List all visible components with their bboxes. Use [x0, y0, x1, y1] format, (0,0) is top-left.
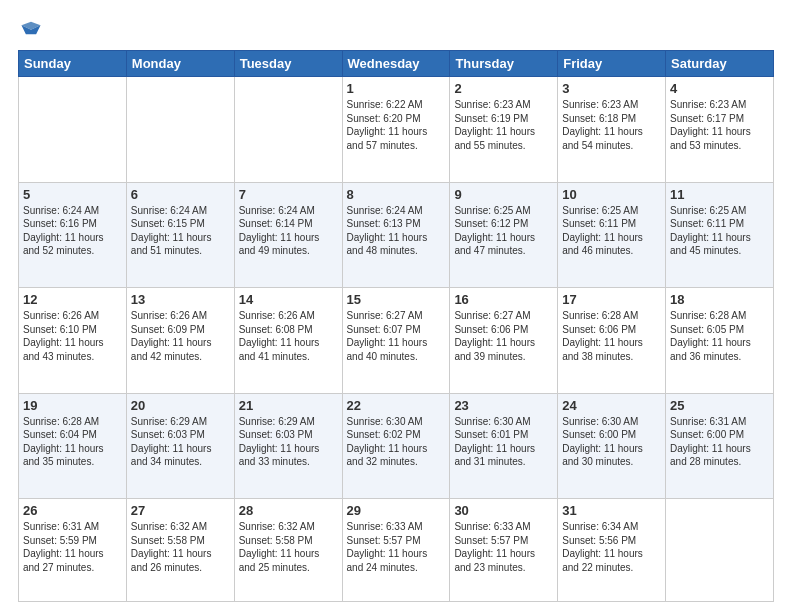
day-number: 10	[562, 187, 661, 202]
cell-info: Sunrise: 6:32 AM Sunset: 5:58 PM Dayligh…	[131, 520, 230, 574]
weekday-header-thursday: Thursday	[450, 51, 558, 77]
calendar-cell: 11Sunrise: 6:25 AM Sunset: 6:11 PM Dayli…	[666, 182, 774, 288]
calendar-week-3: 19Sunrise: 6:28 AM Sunset: 6:04 PM Dayli…	[19, 393, 774, 499]
day-number: 15	[347, 292, 446, 307]
day-number: 13	[131, 292, 230, 307]
calendar-cell: 22Sunrise: 6:30 AM Sunset: 6:02 PM Dayli…	[342, 393, 450, 499]
calendar-cell: 27Sunrise: 6:32 AM Sunset: 5:58 PM Dayli…	[126, 499, 234, 602]
cell-info: Sunrise: 6:29 AM Sunset: 6:03 PM Dayligh…	[239, 415, 338, 469]
cell-info: Sunrise: 6:28 AM Sunset: 6:04 PM Dayligh…	[23, 415, 122, 469]
weekday-header-friday: Friday	[558, 51, 666, 77]
day-number: 31	[562, 503, 661, 518]
day-number: 14	[239, 292, 338, 307]
calendar-cell	[126, 77, 234, 183]
calendar-cell: 9Sunrise: 6:25 AM Sunset: 6:12 PM Daylig…	[450, 182, 558, 288]
calendar-cell: 30Sunrise: 6:33 AM Sunset: 5:57 PM Dayli…	[450, 499, 558, 602]
calendar-cell	[19, 77, 127, 183]
page: SundayMondayTuesdayWednesdayThursdayFrid…	[0, 0, 792, 612]
day-number: 16	[454, 292, 553, 307]
calendar-cell: 5Sunrise: 6:24 AM Sunset: 6:16 PM Daylig…	[19, 182, 127, 288]
calendar-cell: 8Sunrise: 6:24 AM Sunset: 6:13 PM Daylig…	[342, 182, 450, 288]
calendar-cell: 25Sunrise: 6:31 AM Sunset: 6:00 PM Dayli…	[666, 393, 774, 499]
day-number: 20	[131, 398, 230, 413]
calendar-cell: 1Sunrise: 6:22 AM Sunset: 6:20 PM Daylig…	[342, 77, 450, 183]
calendar-cell: 4Sunrise: 6:23 AM Sunset: 6:17 PM Daylig…	[666, 77, 774, 183]
calendar-cell: 6Sunrise: 6:24 AM Sunset: 6:15 PM Daylig…	[126, 182, 234, 288]
day-number: 18	[670, 292, 769, 307]
day-number: 23	[454, 398, 553, 413]
weekday-header-saturday: Saturday	[666, 51, 774, 77]
cell-info: Sunrise: 6:24 AM Sunset: 6:13 PM Dayligh…	[347, 204, 446, 258]
calendar-cell: 15Sunrise: 6:27 AM Sunset: 6:07 PM Dayli…	[342, 288, 450, 394]
cell-info: Sunrise: 6:34 AM Sunset: 5:56 PM Dayligh…	[562, 520, 661, 574]
day-number: 22	[347, 398, 446, 413]
calendar-cell: 18Sunrise: 6:28 AM Sunset: 6:05 PM Dayli…	[666, 288, 774, 394]
day-number: 8	[347, 187, 446, 202]
calendar-week-1: 5Sunrise: 6:24 AM Sunset: 6:16 PM Daylig…	[19, 182, 774, 288]
cell-info: Sunrise: 6:31 AM Sunset: 5:59 PM Dayligh…	[23, 520, 122, 574]
calendar-cell: 21Sunrise: 6:29 AM Sunset: 6:03 PM Dayli…	[234, 393, 342, 499]
cell-info: Sunrise: 6:23 AM Sunset: 6:17 PM Dayligh…	[670, 98, 769, 152]
calendar-cell: 17Sunrise: 6:28 AM Sunset: 6:06 PM Dayli…	[558, 288, 666, 394]
cell-info: Sunrise: 6:30 AM Sunset: 6:01 PM Dayligh…	[454, 415, 553, 469]
day-number: 27	[131, 503, 230, 518]
calendar-cell: 24Sunrise: 6:30 AM Sunset: 6:00 PM Dayli…	[558, 393, 666, 499]
calendar-cell	[234, 77, 342, 183]
cell-info: Sunrise: 6:24 AM Sunset: 6:16 PM Dayligh…	[23, 204, 122, 258]
cell-info: Sunrise: 6:30 AM Sunset: 6:02 PM Dayligh…	[347, 415, 446, 469]
day-number: 7	[239, 187, 338, 202]
day-number: 28	[239, 503, 338, 518]
calendar-cell: 7Sunrise: 6:24 AM Sunset: 6:14 PM Daylig…	[234, 182, 342, 288]
day-number: 29	[347, 503, 446, 518]
calendar-cell	[666, 499, 774, 602]
cell-info: Sunrise: 6:26 AM Sunset: 6:09 PM Dayligh…	[131, 309, 230, 363]
cell-info: Sunrise: 6:26 AM Sunset: 6:10 PM Dayligh…	[23, 309, 122, 363]
cell-info: Sunrise: 6:25 AM Sunset: 6:12 PM Dayligh…	[454, 204, 553, 258]
weekday-header-sunday: Sunday	[19, 51, 127, 77]
calendar-cell: 20Sunrise: 6:29 AM Sunset: 6:03 PM Dayli…	[126, 393, 234, 499]
cell-info: Sunrise: 6:22 AM Sunset: 6:20 PM Dayligh…	[347, 98, 446, 152]
day-number: 5	[23, 187, 122, 202]
cell-info: Sunrise: 6:28 AM Sunset: 6:05 PM Dayligh…	[670, 309, 769, 363]
header	[18, 18, 774, 40]
calendar-cell: 10Sunrise: 6:25 AM Sunset: 6:11 PM Dayli…	[558, 182, 666, 288]
calendar-cell: 23Sunrise: 6:30 AM Sunset: 6:01 PM Dayli…	[450, 393, 558, 499]
calendar-table: SundayMondayTuesdayWednesdayThursdayFrid…	[18, 50, 774, 602]
calendar-cell: 13Sunrise: 6:26 AM Sunset: 6:09 PM Dayli…	[126, 288, 234, 394]
cell-info: Sunrise: 6:24 AM Sunset: 6:14 PM Dayligh…	[239, 204, 338, 258]
cell-info: Sunrise: 6:33 AM Sunset: 5:57 PM Dayligh…	[347, 520, 446, 574]
cell-info: Sunrise: 6:31 AM Sunset: 6:00 PM Dayligh…	[670, 415, 769, 469]
cell-info: Sunrise: 6:27 AM Sunset: 6:06 PM Dayligh…	[454, 309, 553, 363]
calendar-cell: 31Sunrise: 6:34 AM Sunset: 5:56 PM Dayli…	[558, 499, 666, 602]
cell-info: Sunrise: 6:33 AM Sunset: 5:57 PM Dayligh…	[454, 520, 553, 574]
cell-info: Sunrise: 6:24 AM Sunset: 6:15 PM Dayligh…	[131, 204, 230, 258]
calendar-week-4: 26Sunrise: 6:31 AM Sunset: 5:59 PM Dayli…	[19, 499, 774, 602]
weekday-header-wednesday: Wednesday	[342, 51, 450, 77]
calendar-cell: 3Sunrise: 6:23 AM Sunset: 6:18 PM Daylig…	[558, 77, 666, 183]
day-number: 12	[23, 292, 122, 307]
day-number: 25	[670, 398, 769, 413]
cell-info: Sunrise: 6:32 AM Sunset: 5:58 PM Dayligh…	[239, 520, 338, 574]
calendar-cell: 12Sunrise: 6:26 AM Sunset: 6:10 PM Dayli…	[19, 288, 127, 394]
cell-info: Sunrise: 6:30 AM Sunset: 6:00 PM Dayligh…	[562, 415, 661, 469]
day-number: 11	[670, 187, 769, 202]
day-number: 4	[670, 81, 769, 96]
calendar-cell: 19Sunrise: 6:28 AM Sunset: 6:04 PM Dayli…	[19, 393, 127, 499]
weekday-header-monday: Monday	[126, 51, 234, 77]
day-number: 19	[23, 398, 122, 413]
calendar-week-0: 1Sunrise: 6:22 AM Sunset: 6:20 PM Daylig…	[19, 77, 774, 183]
logo-icon	[20, 18, 42, 40]
cell-info: Sunrise: 6:29 AM Sunset: 6:03 PM Dayligh…	[131, 415, 230, 469]
weekday-header-tuesday: Tuesday	[234, 51, 342, 77]
calendar-week-2: 12Sunrise: 6:26 AM Sunset: 6:10 PM Dayli…	[19, 288, 774, 394]
day-number: 30	[454, 503, 553, 518]
calendar-cell: 16Sunrise: 6:27 AM Sunset: 6:06 PM Dayli…	[450, 288, 558, 394]
day-number: 2	[454, 81, 553, 96]
calendar-cell: 28Sunrise: 6:32 AM Sunset: 5:58 PM Dayli…	[234, 499, 342, 602]
day-number: 21	[239, 398, 338, 413]
cell-info: Sunrise: 6:28 AM Sunset: 6:06 PM Dayligh…	[562, 309, 661, 363]
weekday-header-row: SundayMondayTuesdayWednesdayThursdayFrid…	[19, 51, 774, 77]
day-number: 1	[347, 81, 446, 96]
cell-info: Sunrise: 6:25 AM Sunset: 6:11 PM Dayligh…	[562, 204, 661, 258]
day-number: 9	[454, 187, 553, 202]
